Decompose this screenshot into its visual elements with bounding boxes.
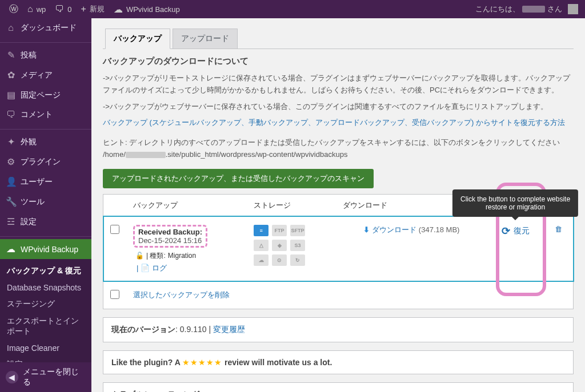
sidebar-item-tools[interactable]: 🔧ツール (0, 192, 91, 212)
tab-bar: バックアップアップロード (103, 24, 574, 49)
user-menu[interactable]: こんにちは、 さん (475, 4, 580, 14)
version-box: 現在のバージョン: 0.9.110 | 変更履歴 (103, 317, 574, 342)
comment-count: 0 (67, 5, 71, 14)
cloud-icon: ☁ (114, 4, 123, 15)
restore-icon: ⟳ (502, 225, 510, 237)
rating-stars-link[interactable]: ★★★★★ (182, 358, 222, 367)
like-suffix: review will motivate us a lot. (222, 358, 332, 367)
path-redacted (126, 152, 166, 158)
submenu-item[interactable]: エクスポートとインポート (0, 313, 91, 340)
new-content-menu[interactable]: + 新規 (77, 0, 109, 18)
tab[interactable]: バックアップ (105, 29, 170, 49)
scan-button[interactable]: アップロードされたバックアップ、または受信したバックアップのスキャン (103, 169, 374, 188)
comments-menu[interactable]: 🗨 0 (50, 0, 76, 18)
site-menu[interactable]: ⌂ wp (23, 0, 50, 18)
sidebar-item-label: 外観 (21, 137, 37, 147)
restore-howto-link[interactable]: バックアップ (スケジュールバックアップ、手動バックアップ、アップロードバックア… (103, 118, 565, 127)
collapse-icon: ◀ (6, 371, 18, 383)
storage-do-icon: ⊙ (272, 254, 287, 266)
appearance-icon: ✦ (6, 136, 16, 147)
backup-table: バックアップ ストレージ ダウンロード 復元 Received Backup: … (103, 194, 574, 309)
storage-other-icon: ↻ (290, 254, 305, 266)
user-display-name (522, 6, 545, 13)
row-checkbox[interactable] (110, 225, 119, 234)
sidebar-item-label: WPvivid Backup (21, 245, 78, 254)
storage-gdrive-icon: △ (254, 240, 269, 251)
settings-icon: ☲ (6, 216, 16, 227)
sidebar-item-wpvivid[interactable]: ☁WPvivid Backup (0, 239, 91, 259)
submenu-item[interactable]: Image Cleaner (0, 340, 91, 356)
avatar (568, 4, 578, 14)
troubleshooting-box: トラブルシューティング (103, 382, 574, 392)
restore-button[interactable]: ⟳ 復元 (502, 225, 530, 237)
sidebar-item-label: ツール (21, 197, 45, 207)
users-icon: 👤 (6, 176, 16, 187)
storage-dropbox-icon: ◈ (272, 240, 287, 251)
download-section-title: バックアップのダウンロードについて (103, 56, 574, 67)
wp-logo[interactable]: ⓦ (5, 0, 23, 18)
posts-icon: ✎ (6, 50, 16, 60)
admin-toolbar: ⓦ ⌂ wp 🗨 0 + 新規 ☁ WPvivid Backup こんにちは、 … (0, 0, 585, 18)
wpvivid-icon: ☁ (6, 244, 16, 254)
sidebar-item-label: ユーザー (21, 177, 53, 187)
changelog-link[interactable]: 変更履歴 (213, 325, 245, 334)
sidebar-item-label: メディア (21, 70, 53, 80)
lock-icon[interactable]: 🔓 (135, 252, 144, 260)
col-backup: バックアップ (126, 194, 247, 216)
sidebar-item-media[interactable]: ✿メディア (0, 65, 91, 85)
download-link[interactable]: ⬇ ダウンロード (347.18 MB) (363, 225, 460, 235)
storage-ftp-icon: FTP (272, 225, 287, 236)
sidebar-item-settings[interactable]: ☲設定 (0, 212, 91, 232)
home-icon: ⌂ (27, 4, 33, 14)
plus-icon: + (81, 4, 86, 14)
backup-row: Received Backup: Dec-15-2024 15:16 🔓 | 種… (103, 216, 574, 281)
wpvivid-topbar[interactable]: ☁ WPvivid Backup (109, 0, 185, 18)
delete-backup-icon[interactable]: 🗑 (555, 225, 562, 233)
select-all-checkbox[interactable] (110, 290, 119, 299)
comments-icon: 🗨 (6, 110, 16, 120)
sidebar-item-label: 固定ページ (21, 90, 61, 100)
sidebar-item-comments[interactable]: 🗨コメント (0, 105, 91, 124)
sidebar-item-appearance[interactable]: ✦外観 (0, 132, 91, 152)
wpvivid-label: WPvivid Backup (126, 5, 180, 14)
restore-label: 復元 (514, 226, 530, 236)
storage-onedrive-icon: ☁ (254, 254, 269, 266)
sidebar-item-users[interactable]: 👤ユーザー (0, 172, 91, 192)
new-label: 新規 (90, 4, 105, 14)
type-label: | 種類: (146, 251, 166, 261)
desc-remote: ->バックアップがリモートストレージに保存されている場合、プラグインはまずウェブ… (103, 72, 574, 96)
pages-icon: ▤ (6, 90, 16, 100)
like-prefix: Like the plugin? A (111, 358, 182, 367)
collapse-menu[interactable]: ◀メニューを閉じる (0, 362, 91, 392)
site-name: wp (37, 5, 46, 14)
backup-date: Dec-15-2024 15:16 (138, 236, 202, 245)
main-content: バックアップアップロード バックアップのダウンロードについて ->バックアップが… (91, 18, 585, 392)
submenu-item[interactable]: バックアップ & 復元 (0, 262, 91, 280)
sidebar-item-pages[interactable]: ▤固定ページ (0, 85, 91, 105)
collapse-label: メニューを閉じる (23, 367, 86, 387)
submenu-item[interactable]: ステージング (0, 296, 91, 313)
hint-suffix: .site/public_html/wordpress/wp-content/w… (166, 150, 348, 159)
log-link[interactable]: ログ (152, 263, 167, 273)
sidebar-item-label: プラグイン (21, 157, 61, 167)
sidebar-item-label: 設定 (21, 217, 37, 227)
col-checkbox (103, 194, 127, 216)
storage-s3-icon: S3 (290, 240, 305, 251)
media-icon: ✿ (6, 70, 16, 80)
submenu-item[interactable]: Database Snapshots (0, 280, 91, 296)
sidebar-item-label: ダッシュボード (21, 23, 77, 33)
desc-local: ->バックアップがウェブサーバーに保存されている場合、このプラグインは関連するす… (103, 101, 574, 113)
comment-icon: 🗨 (55, 4, 64, 14)
greeting-prefix: こんにちは、 (475, 4, 520, 14)
sidebar-item-posts[interactable]: ✎投稿 (0, 45, 91, 65)
wordpress-icon: ⓦ (9, 3, 18, 15)
sidebar-item-plugins[interactable]: ⚙プラグイン (0, 152, 91, 172)
review-box: Like the plugin? A ★★★★★ review will mot… (103, 350, 574, 374)
tab[interactable]: アップロード (173, 29, 238, 49)
delete-selected-link[interactable]: 選択したバックアップを削除 (133, 290, 230, 299)
download-icon: ⬇ (363, 225, 370, 234)
sidebar-item-dashboard[interactable]: ⌂ダッシュボード (0, 18, 91, 38)
admin-sidebar: ⌂ダッシュボード✎投稿✿メディア▤固定ページ🗨コメント✦外観⚙プラグイン👤ユーザ… (0, 18, 91, 392)
col-storage: ストレージ (247, 194, 336, 216)
backup-size: (347.18 MB) (419, 225, 460, 234)
